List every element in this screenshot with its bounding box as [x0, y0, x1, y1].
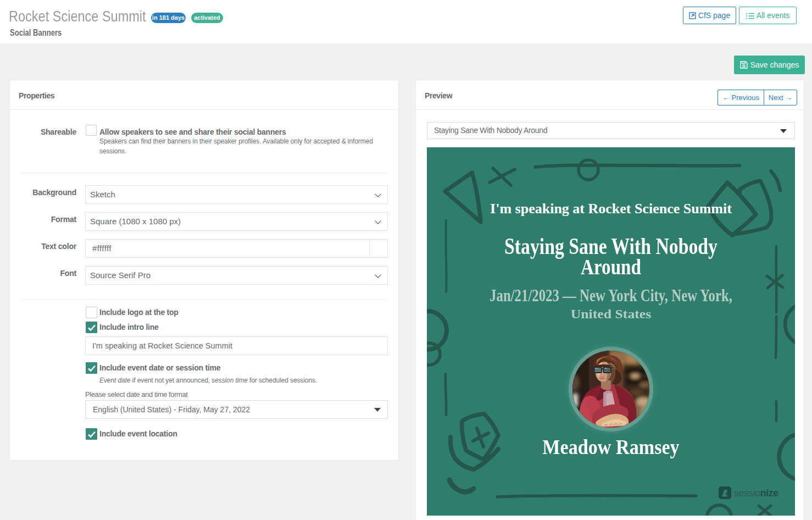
svg-text:sessionize: sessionize: [734, 488, 778, 499]
